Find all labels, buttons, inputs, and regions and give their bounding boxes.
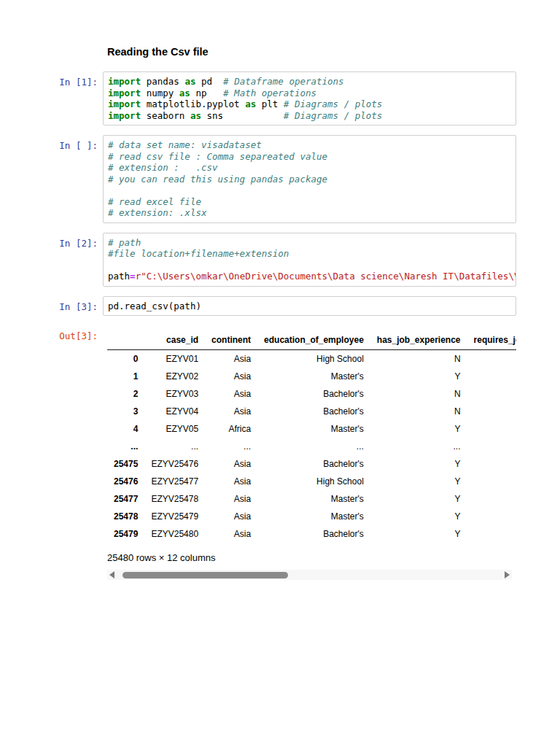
table-cell: Asia <box>205 473 257 490</box>
table-header-row: case_idcontinenteducation_of_employeehas… <box>107 333 516 350</box>
table-cell: Asia <box>205 490 257 508</box>
table-cell <box>467 525 516 543</box>
code-token: # Dataframe operations <box>223 76 344 87</box>
scroll-left-arrow-icon[interactable] <box>109 571 114 578</box>
table-row: 2EZYV03AsiaBachelor'sN <box>107 385 516 403</box>
table-cell: Africa <box>205 420 257 438</box>
dataframe-table: case_idcontinenteducation_of_employeehas… <box>107 333 516 543</box>
jupyter-notebook-page: Reading the Csv file In [1]: import pand… <box>0 0 560 747</box>
table-cell: Asia <box>205 508 257 525</box>
table-cell: Bachelor's <box>257 525 370 543</box>
table-cell <box>467 368 516 385</box>
table-row: 25477EZYV25478AsiaMaster'sY <box>107 490 516 508</box>
code-token: path <box>108 271 130 282</box>
table-cell: EZYV25477 <box>144 473 205 490</box>
markdown-cell: Reading the Csv file <box>0 46 560 58</box>
code-token: #file location+filename+extension <box>108 248 289 259</box>
table-cell: Y <box>370 525 467 543</box>
table-cell: Y <box>370 490 467 508</box>
table-cell <box>467 385 516 403</box>
table-cell: EZYV25480 <box>144 525 205 543</box>
table-cell: Y <box>370 368 467 385</box>
table-row: ............... <box>107 438 516 455</box>
table-cell <box>467 508 516 525</box>
code-token: # extension : .csv <box>108 162 218 173</box>
table-cell: ... <box>144 438 205 455</box>
code-token: as <box>184 76 195 87</box>
input-prompt: In [2]: <box>0 233 103 249</box>
table-cell: Asia <box>205 403 257 420</box>
row-index: 2 <box>107 385 144 403</box>
table-cell: EZYV02 <box>144 368 205 385</box>
table-cell: Y <box>370 508 467 525</box>
table-cell: Master's <box>257 508 370 525</box>
row-index: 1 <box>107 368 144 385</box>
table-cell: Asia <box>205 455 257 473</box>
table-row: 25479EZYV25480AsiaBachelor'sY <box>107 525 516 543</box>
row-index: 25478 <box>107 508 144 525</box>
code-editor[interactable]: import pandas as pd # Dataframe operatio… <box>103 71 516 125</box>
column-header: continent <box>205 333 257 350</box>
code-token: # Diagrams / plots <box>284 110 382 121</box>
code-token: # Diagrams / plots <box>284 98 382 109</box>
code-cell-read-csv: In [3]: pd.read_csv(path) <box>0 296 560 317</box>
table-cell: Bachelor's <box>257 385 370 403</box>
table-cell: EZYV01 <box>144 350 205 368</box>
code-content: # path #file location+filename+extension… <box>108 237 511 282</box>
scrollbar-track[interactable] <box>114 570 505 580</box>
code-token: np <box>190 88 223 98</box>
table-cell: Bachelor's <box>257 403 370 420</box>
output-prompt: Out[3]: <box>0 325 103 342</box>
code-token: # data set name: visadataset <box>108 139 262 150</box>
table-cell <box>467 455 516 473</box>
code-token: # you can read this using pandas package <box>108 174 327 185</box>
table-cell: EZYV03 <box>144 385 205 403</box>
table-cell: Asia <box>205 350 257 368</box>
table-cell <box>467 403 516 420</box>
table-cell: EZYV25479 <box>144 508 205 525</box>
table-row: 4EZYV05AfricaMaster'sY <box>107 420 516 438</box>
table-horizontal-scrollbar[interactable] <box>107 570 512 580</box>
code-editor[interactable]: # path #file location+filename+extension… <box>103 233 516 287</box>
table-cell <box>467 350 516 368</box>
code-content: # data set name: visadataset # read csv … <box>108 139 511 219</box>
input-prompt: In [3]: <box>0 296 103 313</box>
code-token: seaborn <box>141 110 190 121</box>
code-editor[interactable]: # data set name: visadataset # read csv … <box>103 135 516 223</box>
code-editor[interactable]: pd.read_csv(path) <box>103 296 516 317</box>
code-cell-imports: In [1]: import pandas as pd # Dataframe … <box>0 71 560 125</box>
scroll-right-arrow-icon[interactable] <box>505 571 510 578</box>
table-cell <box>467 420 516 438</box>
table-cell: N <box>370 350 467 368</box>
table-row: 25475EZYV25476AsiaBachelor'sY <box>107 455 516 473</box>
code-token: pd <box>195 76 223 87</box>
table-cell: EZYV25478 <box>144 490 205 508</box>
table-row: 1EZYV02AsiaMaster'sY <box>107 368 516 385</box>
row-index: 3 <box>107 403 144 420</box>
output-area: case_idcontinenteducation_of_employeehas… <box>103 325 516 580</box>
row-index: ... <box>107 438 144 455</box>
row-index: 4 <box>107 420 144 438</box>
column-header <box>107 333 144 350</box>
table-cell: Asia <box>205 368 257 385</box>
scrollbar-thumb[interactable] <box>122 572 288 578</box>
code-token: r"C:\Users\omkar\OneDrive\Documents\Data… <box>136 271 516 282</box>
column-header: requires_job_training <box>467 333 516 350</box>
code-token: import <box>108 88 141 98</box>
table-cell: High School <box>257 473 370 490</box>
code-token: # read csv file : Comma separeated value <box>108 151 327 162</box>
table-cell: EZYV25476 <box>144 455 205 473</box>
table-cell: Y <box>370 455 467 473</box>
dataframe-shape-label: 25480 rows × 12 columns <box>107 552 516 563</box>
row-index: 25477 <box>107 490 144 508</box>
table-cell: EZYV04 <box>144 403 205 420</box>
table-cell <box>467 490 516 508</box>
table-cell: Master's <box>257 420 370 438</box>
table-cell: ... <box>257 438 370 455</box>
code-token: pandas <box>141 76 184 87</box>
code-token: numpy <box>141 88 179 98</box>
row-index: 25476 <box>107 473 144 490</box>
code-content: pd.read_csv(path) <box>108 301 511 312</box>
code-token: pd.read_csv(path) <box>108 301 201 311</box>
table-cell: Master's <box>257 368 370 385</box>
